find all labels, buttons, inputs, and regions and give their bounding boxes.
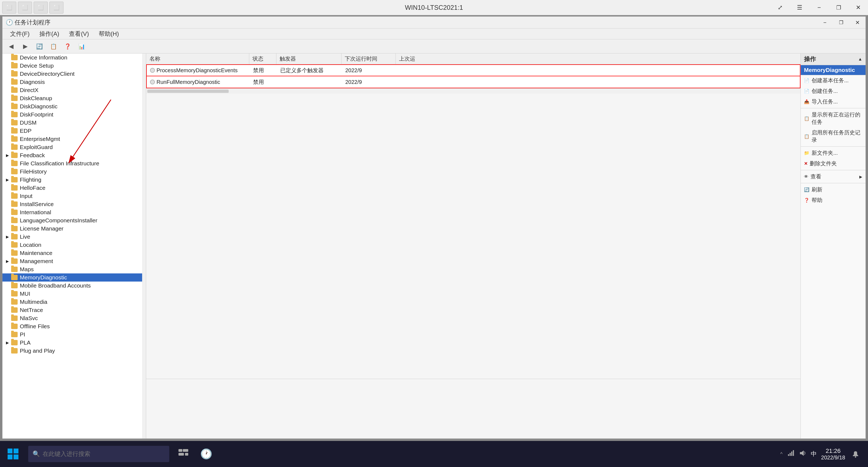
toolbar-help[interactable]: ❓: [61, 40, 74, 52]
tree-item-4[interactable]: DirectX: [2, 86, 146, 94]
vm-expand-btn[interactable]: ⤢: [770, 0, 790, 15]
tree-item-18[interactable]: InstallService: [2, 200, 146, 208]
search-input[interactable]: [42, 450, 151, 458]
vm-menu-btn[interactable]: ☰: [790, 0, 809, 15]
tray-chevron[interactable]: ^: [780, 451, 782, 457]
toolbar-chart[interactable]: 📊: [75, 40, 88, 52]
action-view[interactable]: 👁 查看 ▶: [801, 171, 866, 182]
menu-help[interactable]: 帮助(H): [94, 29, 123, 39]
tree-item-14[interactable]: FileHistory: [2, 168, 146, 176]
action-delete-folder[interactable]: ✕ 删除文件夹: [801, 158, 866, 169]
tree-item-7[interactable]: DiskFootprint: [2, 111, 146, 119]
task-view-btn[interactable]: [173, 443, 194, 465]
tree-label-33: Offline Files: [20, 323, 50, 330]
tree-item-0[interactable]: Device Information: [2, 54, 146, 62]
vm-restore-btn[interactable]: ❐: [829, 0, 848, 15]
task-row-1[interactable]: ProcessMemoryDiagnosticEvents 禁用 已定义多个触发…: [146, 64, 801, 76]
tree-item-29[interactable]: MUI: [2, 290, 146, 298]
vm-ctrl-left-2[interactable]: ⬜: [18, 2, 32, 13]
toolbar-forward[interactable]: ▶: [19, 40, 32, 52]
taskbar-clock-app[interactable]: 🕐: [195, 443, 217, 465]
tree-item-35[interactable]: ▶PLA: [2, 339, 146, 347]
taskbar-clock[interactable]: 21:26 2022/9/18: [821, 447, 845, 461]
tree-label-8: DUSM: [20, 119, 37, 126]
vm-ctrl-left-4[interactable]: ⬜: [50, 2, 63, 13]
action-show-running[interactable]: 📋 显示所有正在运行的任务: [801, 110, 866, 127]
tree-item-5[interactable]: DiskCleanup: [2, 94, 146, 103]
tree-item-13[interactable]: File Classification Infrastructure: [2, 159, 146, 168]
tree-item-10[interactable]: EnterpriseMgmt: [2, 135, 146, 143]
tree-item-23[interactable]: Location: [2, 241, 146, 249]
tree-item-11[interactable]: ExploitGuard: [2, 143, 146, 151]
tree-item-27[interactable]: MemoryDiagnostic: [2, 273, 146, 282]
folder-icon-32: [11, 316, 18, 321]
tree-item-33[interactable]: Offline Files: [2, 322, 146, 330]
menu-action[interactable]: 操作(A): [35, 29, 63, 39]
tree-label-23: Location: [20, 242, 41, 248]
tree-expand-35: ▶: [5, 340, 10, 345]
action-import-task[interactable]: 📥 导入任务...: [801, 96, 866, 107]
vm-ctrl-left-3[interactable]: ⬜: [34, 2, 48, 13]
tree-item-6[interactable]: DiskDiagnostic: [2, 103, 146, 111]
col-header-name[interactable]: 名称: [146, 54, 249, 64]
col-header-last[interactable]: 上次运: [396, 54, 439, 64]
vm-minimize-btn[interactable]: −: [809, 0, 829, 15]
tree-item-36[interactable]: Plug and Play: [2, 347, 146, 355]
action-enable-history[interactable]: 📋 启用所有任务历史记录: [801, 127, 866, 145]
menu-view[interactable]: 查看(V): [65, 29, 93, 39]
tray-notification[interactable]: [849, 448, 862, 460]
tray-volume[interactable]: [799, 449, 806, 459]
col-header-next[interactable]: 下次运行时间: [341, 54, 396, 64]
tray-ime[interactable]: 中: [811, 450, 817, 458]
tree-item-24[interactable]: Maintenance: [2, 249, 146, 257]
app-restore-btn[interactable]: ❐: [833, 17, 849, 29]
tree-item-17[interactable]: Input: [2, 192, 146, 200]
tray-network[interactable]: [787, 449, 795, 459]
toolbar-panel[interactable]: 📋: [47, 40, 60, 52]
h-scrollbar[interactable]: [146, 88, 801, 94]
tree-item-34[interactable]: PI: [2, 330, 146, 339]
menu-file[interactable]: 文件(F): [6, 29, 34, 39]
action-refresh[interactable]: 🔄 刷新: [801, 184, 866, 195]
action-help[interactable]: ❓ 帮助: [801, 195, 866, 206]
tree-item-16[interactable]: HelloFace: [2, 184, 146, 192]
network-icon: [787, 449, 795, 457]
action-new-folder[interactable]: 📁 新文件夹...: [801, 148, 866, 158]
tree-item-21[interactable]: License Manager: [2, 225, 146, 233]
tree-item-2[interactable]: DeviceDirectoryClient: [2, 70, 146, 78]
tree-item-26[interactable]: Maps: [2, 265, 146, 273]
taskbar-search[interactable]: 🔍: [28, 446, 169, 462]
tree-item-32[interactable]: NlaSvc: [2, 314, 146, 322]
start-button[interactable]: [0, 441, 26, 467]
tree-item-9[interactable]: EDP: [2, 127, 146, 135]
tree-item-12[interactable]: ▶Feedback: [2, 151, 146, 159]
tree-item-1[interactable]: Device Setup: [2, 62, 146, 70]
toolbar-refresh[interactable]: 🔄: [33, 40, 46, 52]
vm-close-btn[interactable]: ✕: [848, 0, 868, 15]
tree-item-28[interactable]: Mobile Broadband Accounts: [2, 282, 146, 290]
app-minimize-btn[interactable]: −: [817, 17, 833, 29]
vm-ctrl-left-1[interactable]: ⬜: [2, 2, 16, 13]
task-row-2[interactable]: RunFullMemoryDiagnostic 禁用 2022/9: [146, 76, 801, 88]
tree-item-3[interactable]: Diagnosis: [2, 78, 146, 86]
tree-scrollbar[interactable]: [142, 54, 146, 438]
actions-scroll-up[interactable]: ▲: [858, 57, 862, 62]
action-create-task[interactable]: 📄 创建任务...: [801, 86, 866, 96]
app-close-btn[interactable]: ✕: [849, 17, 866, 29]
tree-item-15[interactable]: ▶Flighting: [2, 176, 146, 184]
task-cell-trigger-1: 已定义多个触发器: [277, 67, 342, 74]
tree-item-22[interactable]: ▶Live: [2, 233, 146, 241]
col-header-status[interactable]: 状态: [249, 54, 276, 64]
tree-item-19[interactable]: International: [2, 208, 146, 216]
task-icon-1: [150, 68, 155, 73]
tree-item-20[interactable]: LanguageComponentsInstaller: [2, 216, 146, 225]
tree-item-31[interactable]: NetTrace: [2, 306, 146, 314]
tree-item-25[interactable]: ▶Management: [2, 257, 146, 265]
toolbar-back[interactable]: ◀: [5, 40, 18, 52]
col-header-trigger[interactable]: 触发器: [276, 54, 341, 64]
action-create-basic[interactable]: 📄 创建基本任务...: [801, 75, 866, 86]
vm-outer-frame: ⬜ ⬜ ⬜ ⬜ WIN10-LTSC2021:1 ⤢ ☰ − ❐ ✕ 🕐 任务计…: [0, 0, 868, 467]
svg-rect-8: [179, 453, 184, 456]
tree-item-30[interactable]: Multimedia: [2, 298, 146, 306]
tree-item-8[interactable]: DUSM: [2, 119, 146, 127]
